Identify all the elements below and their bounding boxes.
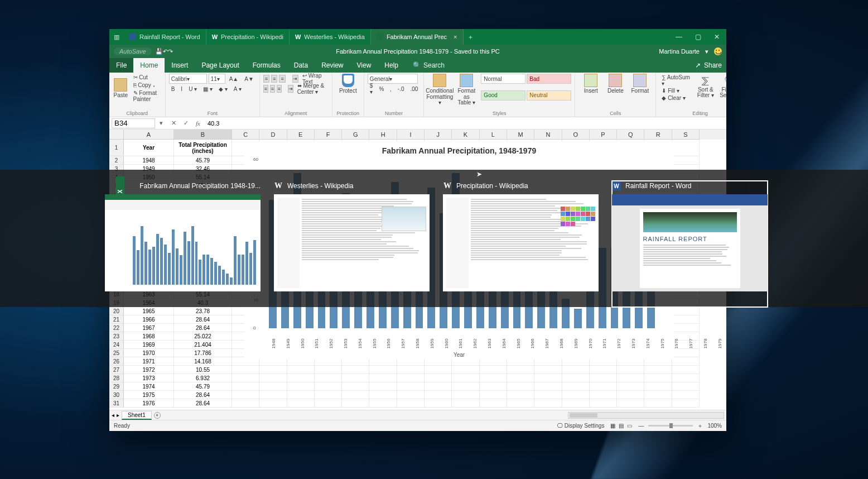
column-header[interactable]: F <box>315 130 342 140</box>
cell[interactable] <box>672 366 700 374</box>
cell[interactable] <box>397 391 425 399</box>
cell[interactable] <box>369 399 397 408</box>
cell[interactable] <box>672 349 700 357</box>
cell[interactable] <box>534 399 562 408</box>
cell[interactable] <box>232 374 259 382</box>
zoom-percent[interactable]: 100% <box>707 423 722 429</box>
cell[interactable]: 1972 <box>124 366 174 374</box>
insert-cells-button[interactable]: Insert <box>578 74 603 94</box>
cell[interactable] <box>425 374 452 382</box>
ribbon-tab-help[interactable]: Help <box>378 58 405 73</box>
font-style-button[interactable]: A ▾ <box>232 85 244 93</box>
user-menu-icon[interactable]: ▾ <box>705 48 708 55</box>
cell[interactable] <box>259 366 287 374</box>
cell[interactable] <box>534 374 562 382</box>
cell[interactable] <box>480 382 507 391</box>
cell[interactable] <box>397 399 425 408</box>
cell[interactable]: 1967 <box>124 324 174 332</box>
cell[interactable]: 1948 <box>124 156 174 165</box>
font-size-combo[interactable]: 11 ▾ <box>209 74 225 84</box>
select-all-corner[interactable] <box>109 130 124 140</box>
qat-icon[interactable]: ↶ <box>163 48 168 55</box>
cell[interactable] <box>452 374 479 382</box>
cell[interactable]: 1966 <box>124 315 174 324</box>
new-tab-button[interactable]: ＋ <box>464 29 478 45</box>
cell[interactable] <box>315 374 342 382</box>
ribbon-tab-review[interactable]: Review <box>315 58 350 73</box>
cell[interactable] <box>315 366 342 374</box>
merge-button[interactable]: ⬌ Merge & Center ▾ <box>295 82 329 95</box>
column-header[interactable]: L <box>480 130 507 140</box>
cell[interactable] <box>315 382 342 391</box>
qat-icon[interactable]: 💾 <box>155 48 163 55</box>
row-header[interactable]: 2 <box>109 156 124 165</box>
cell[interactable] <box>480 366 507 374</box>
cell[interactable]: 1970 <box>124 349 174 357</box>
cell[interactable] <box>644 374 672 382</box>
cell[interactable] <box>369 391 397 399</box>
cell[interactable]: 1973 <box>124 374 174 382</box>
cell[interactable] <box>232 366 259 374</box>
cell-style-bad[interactable]: Bad <box>527 74 571 84</box>
fill-button[interactable]: ⬇ Fill ▾ <box>659 87 692 94</box>
cell[interactable]: 25.022 <box>174 332 232 341</box>
column-header[interactable]: K <box>452 130 479 140</box>
cell[interactable] <box>590 382 617 391</box>
alt-tab-card[interactable]: XFabrikam Annual Precipitation 1948-19..… <box>105 181 261 307</box>
name-box[interactable] <box>112 118 155 128</box>
window-tab[interactable]: WWesterlies - Wikipedia <box>290 29 371 45</box>
column-header[interactable]: I <box>397 130 425 140</box>
clear-button[interactable]: ◆ Clear ▾ <box>659 94 692 102</box>
tab-file[interactable]: File <box>109 58 133 73</box>
row-header[interactable]: 23 <box>109 332 124 341</box>
row-header[interactable]: 21 <box>109 315 124 324</box>
cut-button[interactable]: ✂ Cut <box>131 74 162 81</box>
cell[interactable] <box>672 391 700 399</box>
cell[interactable] <box>397 366 425 374</box>
window-tab[interactable]: Fabrikam Annual Prec× <box>371 29 464 45</box>
column-header[interactable]: E <box>287 130 315 140</box>
cell[interactable] <box>562 391 590 399</box>
cell[interactable] <box>480 374 507 382</box>
cell[interactable] <box>452 391 479 399</box>
row-header[interactable]: 22 <box>109 324 124 332</box>
cell[interactable]: 1969 <box>124 341 174 349</box>
cell[interactable]: 17.786 <box>174 349 232 357</box>
format-painter-button[interactable]: ✎ Format Painter <box>131 89 162 103</box>
cell[interactable] <box>425 382 452 391</box>
cell[interactable] <box>507 382 534 391</box>
alt-tab-card[interactable]: WWesterlies - Wikipedia <box>274 181 430 307</box>
cell[interactable] <box>644 399 672 408</box>
window-tab[interactable]: Rainfall Report - Word <box>124 29 206 45</box>
cell[interactable] <box>369 374 397 382</box>
cell[interactable] <box>342 374 369 382</box>
ribbon-tab-formulas[interactable]: Formulas <box>246 58 287 73</box>
column-header[interactable]: M <box>507 130 534 140</box>
column-header[interactable]: O <box>562 130 590 140</box>
cancel-icon[interactable]: ✕ <box>167 119 180 127</box>
cell[interactable] <box>672 399 700 408</box>
sheet-nav-prev[interactable]: ◂ <box>112 412 114 418</box>
column-header[interactable]: P <box>590 130 617 140</box>
cell[interactable]: 45.79 <box>174 382 232 391</box>
enter-icon[interactable]: ✓ <box>180 119 192 127</box>
cell[interactable]: 28.64 <box>174 324 232 332</box>
cell[interactable] <box>342 399 369 408</box>
column-header[interactable]: J <box>425 130 452 140</box>
cell[interactable]: 10.55 <box>174 366 232 374</box>
cell[interactable] <box>425 366 452 374</box>
qat-icon[interactable]: ↷ <box>168 48 173 55</box>
cell[interactable] <box>617 382 644 391</box>
cell[interactable] <box>287 366 315 374</box>
cell[interactable] <box>342 382 369 391</box>
cell[interactable] <box>287 391 315 399</box>
cell[interactable]: 21.404 <box>174 341 232 349</box>
cell[interactable] <box>617 366 644 374</box>
cell[interactable] <box>672 315 700 324</box>
column-header[interactable]: G <box>342 130 369 140</box>
cell[interactable] <box>480 399 507 408</box>
cell[interactable] <box>480 391 507 399</box>
row-header[interactable]: 1 <box>109 140 124 156</box>
ribbon-tab-home[interactable]: Home <box>133 58 165 73</box>
cell[interactable]: 28.64 <box>174 399 232 408</box>
